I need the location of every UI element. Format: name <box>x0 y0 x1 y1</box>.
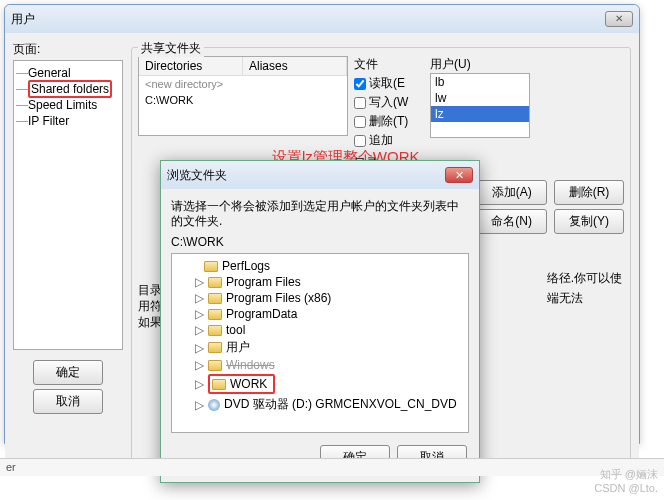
checkbox-append[interactable]: 追加 <box>354 132 424 149</box>
close-icon[interactable]: ✕ <box>605 11 633 27</box>
users-list[interactable]: lb lw lz <box>430 73 530 138</box>
user-selected: lz <box>431 106 529 122</box>
expand-icon[interactable]: ▷ <box>194 323 204 337</box>
folder-icon <box>208 277 222 288</box>
folder-icon <box>208 309 222 320</box>
expand-icon[interactable]: ▷ <box>194 377 204 391</box>
folder-tree[interactable]: PerfLogs ▷Program Files ▷Program Files (… <box>171 253 469 433</box>
directories-list[interactable]: Directories Aliases <new directory> C:\W… <box>138 56 348 136</box>
users-label: 用户(U) <box>430 56 610 73</box>
folder-icon <box>208 342 222 353</box>
dvd-icon <box>208 399 220 411</box>
folder-work-selected[interactable]: WORK <box>208 374 275 394</box>
files-label: 文件 <box>354 56 424 73</box>
expand-icon[interactable]: ▷ <box>194 307 204 321</box>
status-bar: er <box>0 458 664 476</box>
dialog-titlebar[interactable]: 浏览文件夹 ✕ <box>161 161 479 189</box>
rename-button[interactable]: 命名(N) <box>477 209 547 234</box>
watermark-zhihu: 知乎 @婳沫 <box>600 467 658 482</box>
delete-button[interactable]: 删除(R) <box>554 180 624 205</box>
pages-tree[interactable]: —General —Shared folders —Speed Limits —… <box>13 60 123 350</box>
dialog-instruction: 请选择一个将会被添加到选定用户帐户的文件夹列表中的文件夹. <box>171 199 469 229</box>
cancel-button[interactable]: 取消 <box>33 389 103 414</box>
window-title: 用户 <box>11 11 605 28</box>
folder-icon <box>212 379 226 390</box>
folder-icon <box>208 293 222 304</box>
checkbox-read[interactable]: 读取(E <box>354 75 424 92</box>
expand-icon[interactable]: ▷ <box>194 341 204 355</box>
titlebar[interactable]: 用户 ✕ <box>5 5 639 33</box>
dialog-title: 浏览文件夹 <box>167 167 445 184</box>
watermark-csdn: CSDN @Lto. <box>594 482 658 494</box>
dialog-close-icon[interactable]: ✕ <box>445 167 473 183</box>
col-directories[interactable]: Directories <box>139 57 243 75</box>
folder-icon <box>208 360 222 371</box>
folder-icon <box>204 261 218 272</box>
add-button[interactable]: 添加(A) <box>477 180 547 205</box>
checkbox-delete[interactable]: 删除(T) <box>354 113 424 130</box>
ok-button[interactable]: 确定 <box>33 360 103 385</box>
tree-shared-folders[interactable]: Shared folders <box>28 80 112 98</box>
col-aliases[interactable]: Aliases <box>243 57 347 75</box>
copy-button[interactable]: 复制(Y) <box>554 209 624 234</box>
expand-icon[interactable]: ▷ <box>194 291 204 305</box>
checkbox-write[interactable]: 写入(W <box>354 94 424 111</box>
folder-icon <box>208 325 222 336</box>
expand-icon[interactable]: ▷ <box>194 398 204 412</box>
browse-folder-dialog: 浏览文件夹 ✕ 请选择一个将会被添加到选定用户帐户的文件夹列表中的文件夹. C:… <box>160 160 480 483</box>
expand-icon[interactable]: ▷ <box>194 275 204 289</box>
expand-icon[interactable]: ▷ <box>194 358 204 372</box>
pages-label: 页面: <box>13 41 123 58</box>
dialog-path: C:\WORK <box>171 235 469 249</box>
